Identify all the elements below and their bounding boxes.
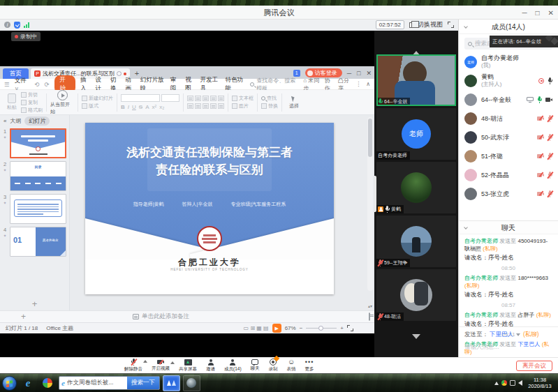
current-slide[interactable]: 浅析交通责任强制保险与第三者 责任险的联系与区别 指导老师|黄鹤 答辩人|辛金鼓… bbox=[85, 123, 334, 294]
hamburger-icon[interactable]: ☰ bbox=[4, 81, 10, 88]
slideshow-play-button[interactable]: ▶ bbox=[272, 324, 281, 333]
font-size-combo[interactable] bbox=[161, 94, 179, 102]
taskbar-ie-icon[interactable]: e bbox=[20, 375, 36, 391]
find-button[interactable]: 查找 bbox=[261, 95, 278, 102]
theme-name[interactable]: Office 主题 bbox=[46, 324, 73, 332]
outline-tab[interactable]: 大纲 bbox=[10, 117, 21, 125]
video-tile-host[interactable]: 黄鹤 bbox=[376, 162, 456, 213]
taskbar-search-text[interactable]: 作文周卷组长被... bbox=[67, 379, 127, 387]
caret-up-icon[interactable] bbox=[170, 361, 175, 364]
zoom-level[interactable]: 67% bbox=[285, 325, 296, 331]
redo-icon[interactable]: ⟳ bbox=[44, 81, 49, 88]
add-slide-button[interactable]: + bbox=[0, 299, 69, 309]
info-icon[interactable]: i bbox=[4, 22, 10, 28]
underline-button[interactable]: U bbox=[132, 104, 136, 110]
copy-button[interactable]: 复制 bbox=[21, 99, 43, 106]
zoom-in-button[interactable]: + bbox=[340, 325, 344, 331]
minimize-button[interactable]: ─ bbox=[522, 9, 527, 17]
strikethrough-button[interactable]: S bbox=[139, 104, 142, 110]
slide-thumb-3[interactable]: 3✦ bbox=[1, 194, 66, 224]
members-button[interactable]: 成员(14) bbox=[224, 359, 242, 372]
notification-badge[interactable]: 1 bbox=[293, 70, 300, 77]
wps-minimize-button[interactable]: ─ bbox=[347, 70, 351, 77]
video-tile-member[interactable]: 48-胡洁 bbox=[376, 269, 456, 321]
leave-meeting-button[interactable]: 离开会议 bbox=[516, 361, 552, 371]
volume-icon[interactable] bbox=[518, 380, 522, 386]
panel-collapse-handle[interactable] bbox=[374, 176, 376, 212]
taskbar-clock[interactable]: 11:38 2020/8/13 bbox=[525, 377, 555, 389]
taskbar-search-button[interactable]: 搜索一下 bbox=[127, 377, 159, 389]
wps-close-button[interactable]: ✕ bbox=[366, 70, 372, 77]
more-button[interactable]: •••更多 bbox=[305, 359, 314, 372]
slide-thumb-2[interactable]: 2✦ 目录 bbox=[1, 161, 66, 191]
notes-placeholder[interactable]: 单击此处添加备注 bbox=[133, 312, 189, 321]
taskbar-pinwheel-icon[interactable] bbox=[39, 375, 56, 391]
new-slide-button[interactable]: 新建幻灯片 bbox=[82, 95, 113, 102]
collapse-panel-button[interactable]: « bbox=[3, 118, 6, 124]
invite-button[interactable]: 邀请 bbox=[206, 359, 215, 372]
view-mode-buttons[interactable]: ▭ ⊞ ▦ ▤ bbox=[244, 325, 269, 331]
member-row[interactable]: 52-佟晶晶 bbox=[459, 165, 558, 184]
switch-view-button[interactable]: 切换视图 bbox=[409, 20, 443, 29]
slide-thumb-1[interactable]: 1✦ bbox=[1, 128, 66, 158]
scroll-videos-down[interactable] bbox=[374, 329, 458, 342]
kebab-menu-icon[interactable]: ⋮ bbox=[355, 81, 361, 87]
picture-button[interactable]: 图片 bbox=[232, 103, 254, 110]
chat-button[interactable]: 聊天 bbox=[251, 359, 260, 372]
taskbar-search-box[interactable]: e 作文周卷组长被... 搜索一下 bbox=[59, 376, 160, 390]
record-button[interactable]: 录制 bbox=[269, 359, 278, 372]
wps-restore-button[interactable]: □ bbox=[357, 70, 360, 77]
chat-input[interactable]: 请输入消息... bbox=[464, 343, 552, 352]
fullscreen-icon[interactable] bbox=[448, 22, 454, 28]
start-video-button[interactable]: 开启视频 bbox=[152, 360, 170, 372]
member-row[interactable]: 64--辛金鼓 bbox=[459, 90, 558, 109]
security-shield-icon[interactable] bbox=[14, 22, 20, 29]
video-tile-self[interactable]: 老师 自考办黄老师 bbox=[376, 108, 456, 160]
select-button[interactable]: 选择 bbox=[286, 96, 302, 110]
start-button[interactable] bbox=[2, 376, 17, 391]
slides-tab[interactable]: 幻灯片 bbox=[24, 116, 50, 126]
fit-window-icon[interactable] bbox=[347, 325, 353, 331]
superscript-button[interactable]: x² bbox=[152, 104, 156, 110]
member-row[interactable]: 黄鹤(主持人) bbox=[459, 71, 558, 90]
add-note-plus[interactable]: + bbox=[21, 312, 26, 322]
format-painter-button[interactable]: 格式刷 bbox=[21, 107, 43, 114]
video-tile-member[interactable]: 59--王翔争 bbox=[376, 216, 456, 267]
member-row[interactable]: 老师 自考办黄老师(我) bbox=[459, 52, 558, 71]
zoom-slider[interactable] bbox=[306, 328, 337, 329]
member-row[interactable]: 53-张立虎 bbox=[459, 184, 558, 203]
play-from-current-button[interactable]: 从当前开始 bbox=[50, 90, 74, 115]
chat-recipient-selector[interactable]: 下里巴人 bbox=[490, 331, 513, 339]
collapse-ribbon-icon[interactable]: ∧ bbox=[366, 81, 370, 87]
video-tile-speaker[interactable]: 64--辛金鼓 bbox=[376, 54, 456, 106]
slide-thumb-4[interactable]: 4✦ 两者的概念 01 bbox=[1, 227, 66, 257]
emoji-button[interactable]: ☺表情 bbox=[287, 359, 296, 372]
zoom-slider-knob[interactable] bbox=[318, 326, 323, 331]
close-button[interactable]: ✕ bbox=[548, 9, 554, 17]
members-header[interactable]: 成员(14人) bbox=[459, 20, 558, 34]
share-screen-button[interactable]: 共享屏幕 bbox=[179, 359, 197, 372]
comments-icon[interactable] bbox=[369, 312, 370, 321]
paste-button[interactable]: 粘贴 bbox=[3, 93, 21, 111]
chat-header[interactable]: 聊天 bbox=[459, 221, 558, 234]
scrollbar-thumb[interactable] bbox=[368, 119, 372, 157]
unmute-button[interactable]: 解除静音 bbox=[124, 359, 142, 372]
list-buttons[interactable] bbox=[187, 96, 224, 101]
prev-next-slide-buttons[interactable]: ▴▾ bbox=[367, 304, 374, 309]
font-family-combo[interactable] bbox=[121, 94, 160, 102]
zoom-out-button[interactable]: − bbox=[300, 325, 303, 331]
undo-icon[interactable]: ⟲ bbox=[34, 81, 39, 88]
italic-button[interactable]: I bbox=[128, 104, 129, 110]
align-buttons[interactable] bbox=[187, 103, 224, 109]
layout-button[interactable]: 版式 bbox=[82, 103, 113, 110]
member-row[interactable]: 48-胡洁 bbox=[459, 109, 558, 128]
caret-up-icon[interactable] bbox=[143, 360, 147, 363]
taskbar-tencent-meeting-icon[interactable] bbox=[163, 375, 180, 391]
bold-button[interactable]: B bbox=[121, 104, 125, 110]
font-color-button[interactable]: A bbox=[145, 104, 149, 110]
tray-app-icon[interactable] bbox=[501, 380, 507, 386]
member-row[interactable]: 50-武东浡 bbox=[459, 128, 558, 146]
member-row[interactable]: 51-佟璐 bbox=[459, 146, 558, 165]
subscript-button[interactable]: x₂ bbox=[159, 104, 164, 110]
tray-update-icon[interactable] bbox=[510, 380, 515, 386]
